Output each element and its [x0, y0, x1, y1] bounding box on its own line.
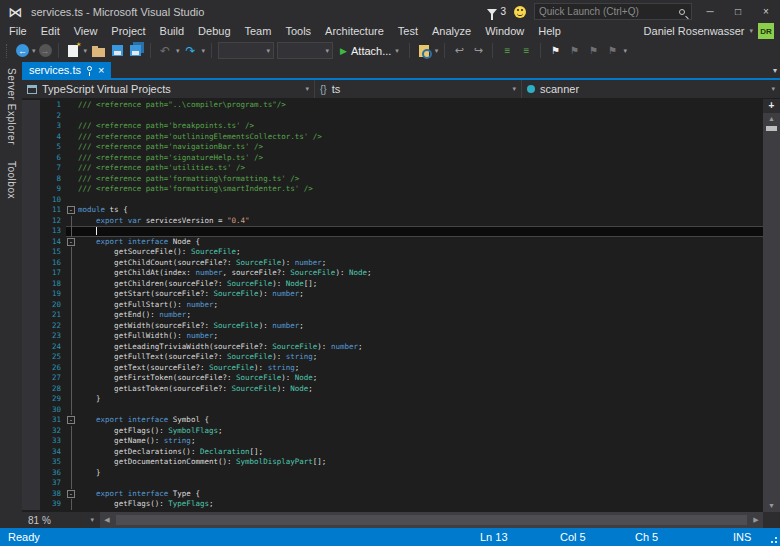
- next-bookmark-icon[interactable]: ⚑: [585, 43, 601, 59]
- side-tab-toolbox[interactable]: Toolbox: [6, 161, 17, 199]
- code-line[interactable]: 1/// <reference path="..\compiler\progra…: [22, 100, 763, 111]
- new-item-caret-icon[interactable]: ▾: [84, 47, 88, 55]
- breakpoint-margin[interactable]: [22, 195, 40, 206]
- code-line[interactable]: 6/// <reference path='signatureHelp.ts' …: [22, 153, 763, 164]
- attach-button[interactable]: ▶ Attach... ▾: [336, 45, 403, 57]
- breakpoint-margin[interactable]: [22, 478, 40, 489]
- code-line[interactable]: 22 getWidth(sourceFile?: SourceFile): nu…: [22, 321, 763, 332]
- code-line[interactable]: 30: [22, 405, 763, 416]
- previous-bookmark-icon[interactable]: ⚑: [566, 43, 582, 59]
- breakpoint-margin[interactable]: [22, 258, 40, 269]
- breakpoint-margin[interactable]: [22, 163, 40, 174]
- outlining-margin[interactable]: -: [66, 237, 78, 248]
- breakpoint-margin[interactable]: [22, 289, 40, 300]
- menu-item-test[interactable]: Test: [391, 23, 425, 39]
- outlining-margin[interactable]: -: [66, 205, 78, 216]
- code-line[interactable]: 16 getChildCount(sourceFile?: SourceFile…: [22, 258, 763, 269]
- redo-icon[interactable]: ↷: [183, 43, 199, 59]
- breakpoint-margin[interactable]: [22, 352, 40, 363]
- code-line[interactable]: 38- export interface Type {: [22, 489, 763, 500]
- tab-well-dropdown-icon[interactable]: ▾: [773, 66, 777, 75]
- breakpoint-margin[interactable]: [22, 205, 40, 216]
- zoom-selector[interactable]: 81 % ▾: [22, 512, 100, 528]
- breakpoint-margin[interactable]: [22, 300, 40, 311]
- code-line[interactable]: 25 getFullText(sourceFile?: SourceFile):…: [22, 352, 763, 363]
- new-item-icon[interactable]: [68, 45, 78, 57]
- code-line[interactable]: 27 getFirstToken(sourceFile?: SourceFile…: [22, 373, 763, 384]
- user-dropdown-caret-icon[interactable]: ▾: [749, 27, 753, 35]
- redo-caret-icon[interactable]: ▾: [202, 47, 206, 55]
- breakpoint-margin[interactable]: [22, 447, 40, 458]
- breakpoint-margin[interactable]: [22, 111, 40, 122]
- signed-in-user[interactable]: Daniel Rosenwasser: [644, 25, 745, 37]
- clear-bookmarks-icon[interactable]: ⚑: [604, 43, 620, 59]
- code-line[interactable]: 29 }: [22, 394, 763, 405]
- tab-close-icon[interactable]: ×: [98, 65, 104, 76]
- quick-launch-input[interactable]: [539, 6, 679, 17]
- code-line[interactable]: 17 getChildAt(index: number, sourceFile?…: [22, 268, 763, 279]
- solution-configuration-combo[interactable]: ▾: [277, 42, 333, 59]
- vertical-scrollbar[interactable]: + ▲ ▼: [763, 99, 780, 512]
- find-caret-icon[interactable]: ▾: [435, 47, 439, 55]
- breakpoint-margin[interactable]: [22, 142, 40, 153]
- code-line[interactable]: 10: [22, 195, 763, 206]
- navigate-back-button[interactable]: ←: [16, 44, 29, 57]
- code-line[interactable]: 34 getDeclarations(): Declaration[];: [22, 447, 763, 458]
- collapse-region-icon[interactable]: -: [67, 490, 75, 498]
- navigate-return-icon[interactable]: ↩: [451, 43, 467, 59]
- member-dropdown[interactable]: scanner ▾: [522, 80, 780, 98]
- breakpoint-margin[interactable]: [22, 489, 40, 500]
- breakpoint-margin[interactable]: [22, 174, 40, 185]
- code-line[interactable]: 18 getChildren(sourceFile?: SourceFile):…: [22, 279, 763, 290]
- breakpoint-margin[interactable]: [22, 153, 40, 164]
- code-line[interactable]: 21 getEnd(): number;: [22, 310, 763, 321]
- code-editor[interactable]: 1/// <reference path="..\compiler\progra…: [22, 99, 780, 512]
- breakpoint-margin[interactable]: [22, 216, 40, 227]
- code-line[interactable]: 39 getFlags(): TypeFlags;: [22, 499, 763, 510]
- code-line[interactable]: 14- export interface Node {: [22, 237, 763, 248]
- collapse-region-icon[interactable]: -: [67, 416, 75, 424]
- close-button[interactable]: ×: [756, 3, 776, 21]
- code-line[interactable]: 15 getSourceFile(): SourceFile;: [22, 247, 763, 258]
- code-line[interactable]: 37: [22, 478, 763, 489]
- menu-item-tools[interactable]: Tools: [278, 23, 318, 39]
- code-line[interactable]: 2: [22, 111, 763, 122]
- minimize-button[interactable]: ─: [700, 3, 720, 21]
- notifications-button[interactable]: 3: [487, 6, 506, 17]
- code-line[interactable]: 36 }: [22, 468, 763, 479]
- breakpoint-margin[interactable]: [22, 363, 40, 374]
- project-dropdown[interactable]: TypeScript Virtual Projects ▾: [22, 80, 315, 98]
- breakpoint-margin[interactable]: [22, 394, 40, 405]
- breakpoint-margin[interactable]: [22, 415, 40, 426]
- code-line[interactable]: 32 getFlags(): SymbolFlags;: [22, 426, 763, 437]
- comment-lines-icon[interactable]: ≡: [499, 43, 515, 59]
- breakpoint-margin[interactable]: [22, 310, 40, 321]
- code-line[interactable]: 12 export var servicesVersion = "0.4": [22, 216, 763, 227]
- code-line[interactable]: 7/// <reference path='utilities.ts' />: [22, 163, 763, 174]
- resize-grip[interactable]: [770, 536, 778, 544]
- horizontal-scrollbar[interactable]: ◀ ▶: [100, 512, 763, 528]
- code-line[interactable]: 3/// <reference path='breakpoints.ts' />: [22, 121, 763, 132]
- undo-icon[interactable]: ↶: [157, 43, 173, 59]
- scroll-right-icon[interactable]: ▶: [749, 516, 763, 524]
- breakpoint-margin[interactable]: [22, 405, 40, 416]
- menu-item-window[interactable]: Window: [478, 23, 531, 39]
- breakpoint-margin[interactable]: [22, 132, 40, 143]
- breakpoint-margin[interactable]: [22, 436, 40, 447]
- menu-item-build[interactable]: Build: [153, 23, 191, 39]
- code-line[interactable]: 24 getLeadingTriviaWidth(sourceFile?: So…: [22, 342, 763, 353]
- code-line[interactable]: 28 getLastToken(sourceFile?: SourceFile)…: [22, 384, 763, 395]
- outlining-margin[interactable]: -: [66, 489, 78, 500]
- outlining-margin[interactable]: -: [66, 415, 78, 426]
- feedback-smiley-icon[interactable]: [514, 6, 526, 18]
- navigate-back-caret-icon[interactable]: ▾: [32, 47, 36, 55]
- menu-item-analyze[interactable]: Analyze: [425, 23, 478, 39]
- code-line[interactable]: 9/// <reference path='formatting\smartIn…: [22, 184, 763, 195]
- code-line[interactable]: 31- export interface Symbol {: [22, 415, 763, 426]
- breakpoint-margin[interactable]: [22, 457, 40, 468]
- code-line[interactable]: 11-module ts {: [22, 205, 763, 216]
- maximize-button[interactable]: □: [728, 3, 748, 21]
- breakpoint-margin[interactable]: [22, 468, 40, 479]
- navigate-goto-icon[interactable]: ↪: [470, 43, 486, 59]
- user-avatar[interactable]: DR: [758, 23, 774, 39]
